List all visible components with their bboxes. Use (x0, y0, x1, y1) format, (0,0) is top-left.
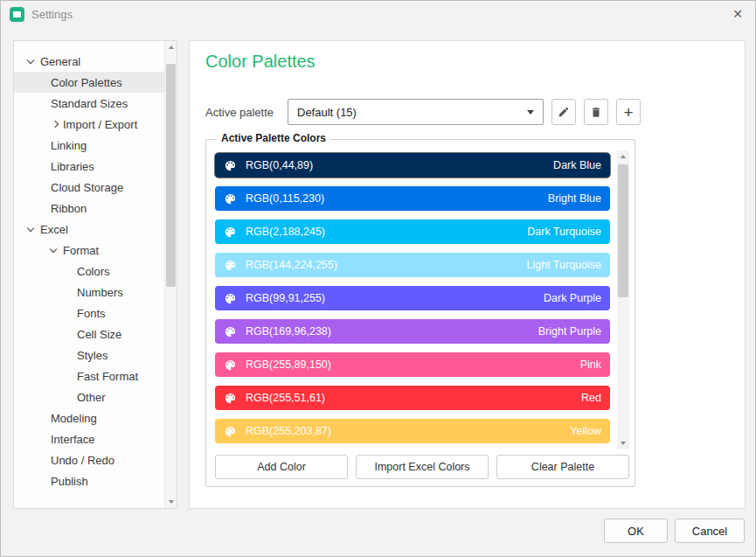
sidebar-item-label: Modeling (51, 412, 97, 425)
active-palette-select[interactable]: Default (15) (288, 99, 544, 125)
scroll-down-arrow-icon[interactable] (165, 496, 177, 508)
sidebar-scrollbar-thumb[interactable] (166, 64, 176, 287)
cancel-button[interactable]: Cancel (675, 519, 745, 543)
color-rgb-label: RGB(169,96,238) (246, 325, 331, 338)
pencil-icon (558, 106, 570, 118)
sidebar-item-libraries[interactable]: Libraries (14, 156, 164, 177)
add-color-button[interactable]: Add Color (215, 455, 348, 479)
color-rgb-label: RGB(99,91,255) (246, 292, 325, 304)
edit-palette-button[interactable] (551, 99, 576, 125)
group-title: Active Palette Colors (217, 132, 330, 144)
ok-button[interactable]: OK (604, 519, 668, 543)
delete-palette-button[interactable] (584, 99, 608, 125)
chevron-down-icon[interactable] (28, 223, 40, 235)
sidebar-item-label: Color Palettes (51, 76, 122, 89)
scroll-up-arrow-icon[interactable] (617, 150, 629, 163)
sidebar-item-label: Other (77, 391, 106, 404)
sidebar-item-interface[interactable]: Interface (14, 428, 164, 449)
color-row-yellow[interactable]: RGB(255,203,87)Yellow (215, 419, 610, 443)
color-row-red[interactable]: RGB(255,51,61)Red (215, 386, 610, 410)
sidebar-item-label: Styles (77, 349, 108, 362)
color-name-label: Pink (580, 359, 601, 371)
sidebar-item-linking[interactable]: Linking (14, 135, 164, 156)
sidebar-item-modeling[interactable]: Modeling (14, 407, 164, 428)
scroll-down-arrow-icon[interactable] (617, 437, 629, 449)
chevron-down-icon[interactable] (51, 244, 63, 256)
window-title: Settings (31, 8, 73, 21)
scroll-up-arrow-icon[interactable] (165, 41, 177, 53)
active-palette-colors-group: Active Palette Colors RGB(0,44,89)Dark B… (205, 139, 635, 487)
color-name-label: Yellow (570, 425, 601, 437)
sidebar-item-label: General (40, 55, 80, 68)
palette-icon (224, 392, 237, 405)
color-row-dark-turquoise[interactable]: RGB(2,188,245)Dark Turquoise (215, 219, 610, 244)
sidebar-item-label: Publish (51, 475, 88, 488)
color-rgb-label: RGB(255,89,150) (246, 359, 331, 371)
color-rgb-label: RGB(255,51,61) (246, 392, 325, 404)
palette-icon (224, 192, 237, 205)
add-palette-button[interactable]: + (616, 99, 641, 125)
page-title: Color Palettes (205, 52, 316, 72)
sidebar-item-undo-redo[interactable]: Undo / Redo (14, 449, 164, 470)
clear-palette-button[interactable]: Clear Palette (496, 455, 629, 479)
color-row-light-turquoise[interactable]: RGB(144,224,255)Light Turquoise (215, 253, 610, 277)
sidebar-item-label: Import / Export (63, 118, 137, 131)
sidebar-item-publish[interactable]: Publish (14, 470, 164, 491)
palette-icon (224, 425, 237, 438)
titlebar: Settings ✕ (1, 1, 755, 27)
sidebar-item-label: Cell Size (77, 328, 121, 341)
color-row-bright-blue[interactable]: RGB(0,115,230)Bright Blue (215, 186, 610, 211)
sidebar-item-general[interactable]: General (14, 51, 164, 72)
chevron-right-icon[interactable] (51, 118, 63, 130)
colors-scrollbar-thumb[interactable] (618, 164, 628, 297)
sidebar-item-label: Undo / Redo (51, 454, 114, 467)
sidebar-item-cloud-storage[interactable]: Cloud Storage (14, 177, 164, 198)
sidebar-item-colors[interactable]: Colors (14, 261, 164, 282)
color-row-bright-purple[interactable]: RGB(169,96,238)Bright Purple (215, 319, 610, 344)
active-palette-label: Active palette (205, 106, 274, 119)
chevron-down-icon[interactable] (28, 55, 40, 67)
color-rgb-label: RGB(255,203,87) (246, 425, 331, 437)
sidebar-item-numbers[interactable]: Numbers (14, 282, 164, 303)
sidebar-item-color-palettes[interactable]: Color Palettes (14, 72, 164, 93)
palette-icon (224, 325, 237, 338)
color-name-label: Dark Purple (544, 292, 601, 304)
sidebar-item-styles[interactable]: Styles (14, 345, 164, 366)
settings-tree: GeneralColor PalettesStandard SizesImpor… (14, 41, 164, 491)
active-palette-value: Default (15) (297, 106, 357, 119)
palette-icon (224, 292, 237, 305)
sidebar-item-fast-format[interactable]: Fast Format (14, 366, 164, 386)
sidebar-scrollbar[interactable] (164, 41, 177, 508)
plus-icon: + (623, 104, 633, 121)
sidebar-item-label: Numbers (77, 286, 123, 299)
sidebar-item-cell-size[interactable]: Cell Size (14, 324, 164, 345)
palette-icon (224, 259, 237, 272)
palette-icon (224, 159, 237, 172)
sidebar-item-import-export[interactable]: Import / Export (14, 114, 164, 135)
sidebar-item-label: Format (63, 244, 99, 257)
trash-icon (590, 106, 602, 119)
color-list: RGB(0,44,89)Dark BlueRGB(0,115,230)Brigh… (215, 153, 610, 452)
color-name-label: Dark Turquoise (527, 226, 601, 238)
app-icon (10, 7, 24, 22)
palette-icon (224, 226, 237, 239)
color-row-dark-purple[interactable]: RGB(99,91,255)Dark Purple (215, 286, 610, 310)
palette-actions: Add Color Import Excel Colors Clear Pale… (215, 455, 629, 479)
color-rgb-label: RGB(144,224,255) (246, 259, 337, 271)
color-row-pink[interactable]: RGB(255,89,150)Pink (215, 352, 610, 377)
color-name-label: Dark Blue (553, 159, 601, 171)
colors-scrollbar[interactable] (617, 150, 629, 449)
close-icon[interactable]: ✕ (732, 6, 743, 22)
chevron-down-icon (527, 110, 534, 115)
sidebar-item-format[interactable]: Format (14, 240, 164, 261)
import-excel-colors-button[interactable]: Import Excel Colors (356, 455, 489, 479)
sidebar-item-standard-sizes[interactable]: Standard Sizes (14, 93, 164, 114)
settings-window: Settings ✕ GeneralColor PalettesStandard… (0, 0, 756, 557)
sidebar-item-fonts[interactable]: Fonts (14, 303, 164, 324)
color-rgb-label: RGB(0,115,230) (246, 192, 324, 205)
sidebar-item-ribbon[interactable]: Ribbon (14, 198, 164, 219)
sidebar-item-other[interactable]: Other (14, 386, 164, 407)
color-row-dark-blue[interactable]: RGB(0,44,89)Dark Blue (215, 153, 610, 178)
settings-nav-panel: GeneralColor PalettesStandard SizesImpor… (13, 40, 177, 509)
sidebar-item-excel[interactable]: Excel (14, 219, 164, 240)
